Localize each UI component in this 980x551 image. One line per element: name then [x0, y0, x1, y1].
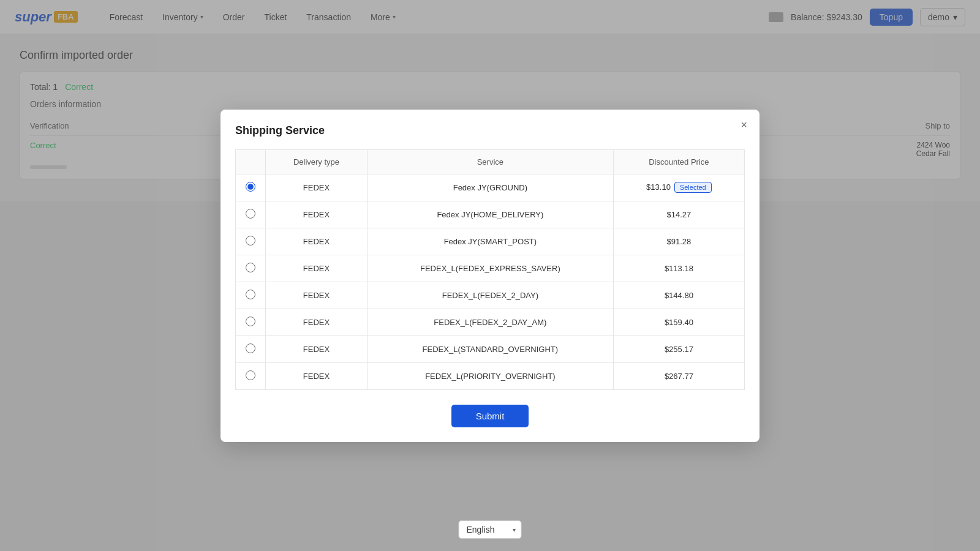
radio-cell-2[interactable]: [236, 228, 266, 255]
col-service-header: Service: [367, 149, 613, 174]
delivery-type-cell-0: FEDEX: [266, 174, 368, 201]
price-cell-4: $144.80: [613, 282, 744, 309]
price-cell-3: $113.18: [613, 255, 744, 282]
footer-language: English Chinese Japanese ▾: [459, 520, 522, 539]
radio-cell-0[interactable]: [236, 174, 266, 201]
price-cell-7: $267.77: [613, 362, 744, 389]
radio-cell-3[interactable]: [236, 255, 266, 282]
radio-cell-6[interactable]: [236, 335, 266, 362]
language-wrapper: English Chinese Japanese ▾: [459, 520, 522, 539]
service-cell-7: FEDEX_L(PRIORITY_OVERNIGHT): [367, 362, 613, 389]
radio-cell-4[interactable]: [236, 282, 266, 309]
radio-cell-5[interactable]: [236, 309, 266, 335]
delivery-type-cell-1: FEDEX: [266, 201, 368, 228]
table-row[interactable]: FEDEXFEDEX_L(FEDEX_2_DAY_AM)$159.40: [236, 309, 745, 335]
table-row[interactable]: FEDEXFEDEX_L(PRIORITY_OVERNIGHT)$267.77: [236, 362, 745, 389]
price-cell-6: $255.17: [613, 335, 744, 362]
price-cell-5: $159.40: [613, 309, 744, 335]
table-row[interactable]: FEDEXFedex JY(HOME_DELIVERY)$14.27: [236, 201, 745, 228]
radio-input-6[interactable]: [246, 343, 255, 353]
radio-input-4[interactable]: [246, 290, 255, 299]
modal-close-button[interactable]: ×: [741, 119, 747, 130]
service-cell-6: FEDEX_L(STANDARD_OVERNIGHT): [367, 335, 613, 362]
modal-title: Shipping Service: [235, 124, 745, 137]
table-row[interactable]: FEDEXFedex JY(GROUND)$13.10Selected: [236, 174, 745, 201]
service-cell-1: Fedex JY(HOME_DELIVERY): [367, 201, 613, 228]
price-cell-1: $14.27: [613, 201, 744, 228]
delivery-type-cell-4: FEDEX: [266, 282, 368, 309]
delivery-type-cell-6: FEDEX: [266, 335, 368, 362]
col-radio-header: [236, 149, 266, 174]
selected-badge-0: Selected: [674, 182, 712, 193]
price-cell-0: $13.10Selected: [613, 174, 744, 201]
table-row[interactable]: FEDEXFEDEX_L(FEDEX_2_DAY)$144.80: [236, 282, 745, 309]
modal-overlay: Shipping Service × Delivery type Service…: [0, 0, 980, 551]
service-cell-5: FEDEX_L(FEDEX_2_DAY_AM): [367, 309, 613, 335]
radio-input-7[interactable]: [246, 370, 255, 380]
radio-cell-7[interactable]: [236, 362, 266, 389]
service-cell-0: Fedex JY(GROUND): [367, 174, 613, 201]
service-cell-3: FEDEX_L(FEDEX_EXPRESS_SAVER): [367, 255, 613, 282]
language-select[interactable]: English Chinese Japanese: [459, 520, 522, 539]
table-row[interactable]: FEDEXFEDEX_L(FEDEX_EXPRESS_SAVER)$113.18: [236, 255, 745, 282]
radio-input-5[interactable]: [246, 317, 255, 326]
col-price-header: Discounted Price: [613, 149, 744, 174]
radio-input-2[interactable]: [246, 236, 255, 246]
delivery-type-cell-7: FEDEX: [266, 362, 368, 389]
shipping-table: Delivery type Service Discounted Price F…: [235, 149, 745, 390]
delivery-type-cell-3: FEDEX: [266, 255, 368, 282]
delivery-type-cell-2: FEDEX: [266, 228, 368, 255]
submit-button[interactable]: Submit: [451, 405, 529, 427]
radio-input-1[interactable]: [246, 209, 255, 219]
service-cell-4: FEDEX_L(FEDEX_2_DAY): [367, 282, 613, 309]
radio-cell-1[interactable]: [236, 201, 266, 228]
shipping-service-modal: Shipping Service × Delivery type Service…: [221, 110, 760, 442]
col-delivery-type-header: Delivery type: [266, 149, 368, 174]
table-header-row: Delivery type Service Discounted Price: [236, 149, 745, 174]
table-row[interactable]: FEDEXFEDEX_L(STANDARD_OVERNIGHT)$255.17: [236, 335, 745, 362]
radio-input-0[interactable]: [246, 182, 255, 192]
delivery-type-cell-5: FEDEX: [266, 309, 368, 335]
price-cell-2: $91.28: [613, 228, 744, 255]
table-row[interactable]: FEDEXFedex JY(SMART_POST)$91.28: [236, 228, 745, 255]
radio-input-3[interactable]: [246, 263, 255, 272]
service-cell-2: Fedex JY(SMART_POST): [367, 228, 613, 255]
